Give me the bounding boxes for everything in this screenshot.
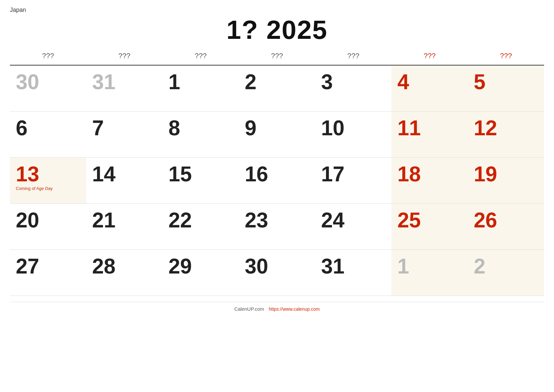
weekday-header-1: ???	[86, 48, 163, 65]
footer-site-name: CalenUP.com	[234, 306, 264, 312]
day-number: 30	[245, 256, 311, 277]
day-number: 18	[397, 164, 463, 185]
day-number: 9	[245, 118, 311, 139]
weekday-header-6: ???	[468, 48, 544, 65]
calendar-cell: 18	[391, 157, 468, 203]
calendar-page: Japan 1? 2025 ????????????????????? 3031…	[10, 7, 544, 312]
holiday-label: Coming of Age Day	[16, 186, 82, 191]
calendar-week-row: 303112345	[10, 65, 544, 111]
day-number: 17	[321, 164, 387, 185]
calendar-cell: 19	[468, 157, 544, 203]
calendar-cell: 1	[391, 249, 468, 296]
calendar-cell: 31	[86, 65, 163, 111]
calendar-cell: 23	[239, 203, 315, 249]
day-number: 29	[168, 256, 234, 277]
calendar-cell: 15	[163, 157, 239, 203]
calendar-week-row: 272829303112	[10, 249, 544, 296]
calendar-cell: 31	[315, 249, 391, 296]
day-number: 20	[16, 210, 82, 231]
calendar-cell: 20	[10, 203, 86, 249]
calendar-cell: 10	[315, 111, 391, 157]
day-number: 7	[92, 118, 158, 139]
weekday-header-4: ???	[315, 48, 391, 65]
day-number: 19	[474, 164, 540, 185]
calendar-cell: 13Coming of Age Day	[10, 157, 86, 203]
country-label: Japan	[10, 7, 544, 13]
calendar-cell: 6	[10, 111, 86, 157]
footer-link[interactable]: https://www.calenup.com	[269, 306, 320, 312]
calendar-cell: 16	[239, 157, 315, 203]
calendar-cell: 25	[391, 203, 468, 249]
calendar-week-row: 20212223242526	[10, 203, 544, 249]
day-number: 1	[397, 256, 463, 277]
day-number: 30	[16, 71, 82, 92]
day-number: 2	[245, 71, 311, 92]
day-number: 31	[92, 71, 158, 92]
day-number: 25	[397, 210, 463, 231]
day-number: 11	[397, 118, 463, 139]
calendar-cell: 28	[86, 249, 163, 296]
calendar-week-row: 13Coming of Age Day141516171819	[10, 157, 544, 203]
calendar-cell: 22	[163, 203, 239, 249]
calendar-cell: 30	[239, 249, 315, 296]
calendar-cell: 1	[163, 65, 239, 111]
day-number: 21	[92, 210, 158, 231]
day-number: 3	[321, 71, 387, 92]
calendar-cell: 17	[315, 157, 391, 203]
month-title: 1? 2025	[10, 15, 544, 45]
calendar-cell: 12	[468, 111, 544, 157]
calendar-cell: 8	[163, 111, 239, 157]
day-number: 13	[16, 164, 82, 185]
day-number: 14	[92, 164, 158, 185]
weekday-header-row: ?????????????????????	[10, 48, 544, 65]
day-number: 22	[168, 210, 234, 231]
calendar-cell: 29	[163, 249, 239, 296]
calendar-cell: 4	[391, 65, 468, 111]
calendar-cell: 24	[315, 203, 391, 249]
calendar-cell: 11	[391, 111, 468, 157]
day-number: 12	[474, 118, 540, 139]
calendar-cell: 26	[468, 203, 544, 249]
calendar-cell: 2	[239, 65, 315, 111]
day-number: 5	[474, 71, 540, 92]
footer: CalenUP.com https://www.calenup.com	[10, 302, 544, 312]
day-number: 15	[168, 164, 234, 185]
day-number: 6	[16, 118, 82, 139]
day-number: 26	[474, 210, 540, 231]
day-number: 2	[474, 256, 540, 277]
day-number: 24	[321, 210, 387, 231]
day-number: 8	[168, 118, 234, 139]
day-number: 31	[321, 256, 387, 277]
day-number: 27	[16, 256, 82, 277]
day-number: 23	[245, 210, 311, 231]
calendar-cell: 5	[468, 65, 544, 111]
weekday-header-2: ???	[163, 48, 239, 65]
weekday-header-5: ???	[391, 48, 468, 65]
day-number: 28	[92, 256, 158, 277]
calendar-cell: 3	[315, 65, 391, 111]
calendar-cell: 27	[10, 249, 86, 296]
calendar-week-row: 6789101112	[10, 111, 544, 157]
day-number: 1	[168, 71, 234, 92]
weekday-header-3: ???	[239, 48, 315, 65]
calendar-cell: 30	[10, 65, 86, 111]
calendar-cell: 14	[86, 157, 163, 203]
day-number: 16	[245, 164, 311, 185]
calendar-table: ????????????????????? 303112345678910111…	[10, 48, 544, 296]
calendar-cell: 9	[239, 111, 315, 157]
calendar-cell: 2	[468, 249, 544, 296]
day-number: 4	[397, 71, 463, 92]
day-number: 10	[321, 118, 387, 139]
weekday-header-0: ???	[10, 48, 86, 65]
calendar-cell: 21	[86, 203, 163, 249]
calendar-cell: 7	[86, 111, 163, 157]
